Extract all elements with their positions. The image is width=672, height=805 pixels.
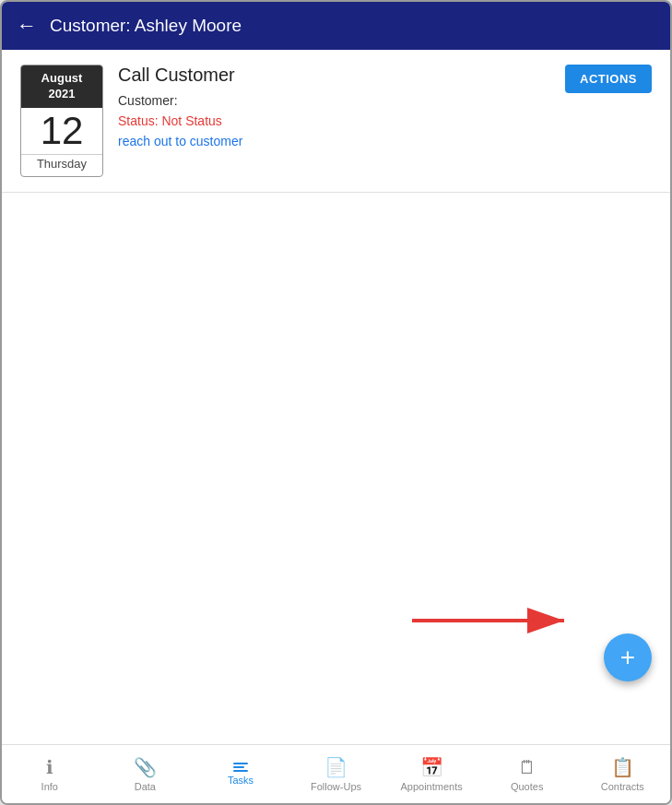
nav-item-followups[interactable]: 📄 Follow-Ups [289,756,384,792]
quotes-icon: 🗒 [518,757,536,778]
nav-label-tasks: Tasks [228,775,253,786]
date-month-year: August 2021 [21,65,102,108]
actions-button[interactable]: ACTIONS [565,65,652,93]
task-note: reach out to customer [118,134,550,148]
followups-icon: 📄 [324,756,348,778]
nav-item-contracts[interactable]: 📋 Contracts [574,756,670,792]
task-details: Call Customer Customer: Status: Not Stat… [118,65,550,148]
back-button[interactable]: ← [17,14,37,38]
appointments-icon: 📅 [420,756,443,778]
bottom-nav: ℹ Info 📎 Data Tasks 📄 Follow-Ups 📅 Appoi… [2,744,670,803]
nav-label-quotes: Quotes [511,781,543,792]
nav-item-appointments[interactable]: 📅 Appointments [383,756,479,792]
header: ← Customer: Ashley Moore [2,2,670,50]
date-widget: August 2021 12 Thursday [20,65,103,177]
nav-label-contracts: Contracts [601,781,644,792]
fab-button[interactable]: + [604,633,652,681]
nav-item-info[interactable]: ℹ Info [2,756,98,792]
data-icon: 📎 [134,756,157,778]
nav-label-info: Info [41,781,58,792]
contracts-icon: 📋 [611,756,634,778]
main-content: August 2021 12 Thursday Call Customer Cu… [2,50,670,744]
arrow-annotation [403,584,587,661]
info-icon: ℹ [46,756,53,778]
task-card: August 2021 12 Thursday Call Customer Cu… [2,50,670,193]
header-title: Customer: Ashley Moore [50,16,242,36]
nav-item-data[interactable]: 📎 Data [98,756,194,792]
nav-item-tasks[interactable]: Tasks [193,763,289,786]
nav-label-appointments: Appointments [400,781,462,792]
nav-item-quotes[interactable]: 🗒 Quotes [479,757,575,792]
nav-label-data: Data [135,781,156,792]
tasks-icon [233,763,248,772]
task-title: Call Customer [118,65,550,86]
nav-label-followups: Follow-Ups [311,781,361,792]
phone-frame: ← Customer: Ashley Moore August 2021 12 … [0,0,672,805]
date-day-name: Thursday [21,154,102,176]
task-status: Status: Not Status [118,113,550,128]
task-customer: Customer: [118,93,550,108]
date-day-number: 12 [21,108,102,150]
